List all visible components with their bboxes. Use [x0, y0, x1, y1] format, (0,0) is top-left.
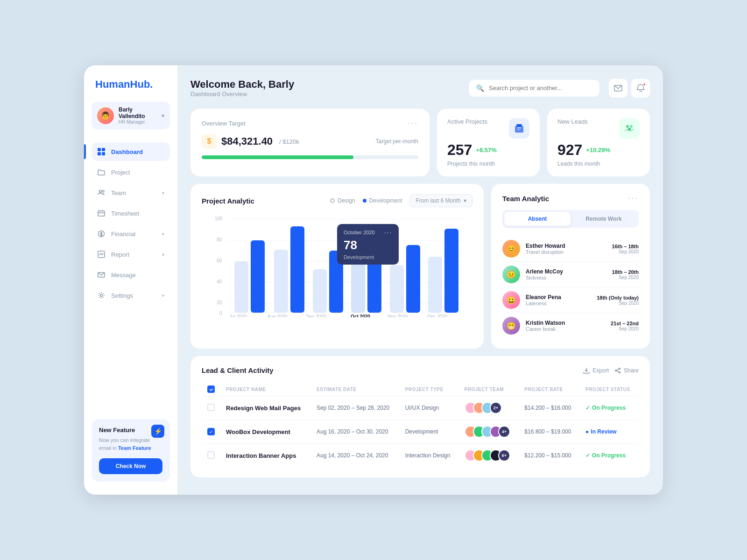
- new-leads-change: +10.29%: [586, 147, 610, 154]
- row-checkbox[interactable]: [207, 451, 215, 459]
- active-projects-label: Active Projects: [447, 118, 487, 125]
- sidebar-item-report[interactable]: Report ▾: [92, 245, 170, 264]
- svg-text:40: 40: [217, 279, 222, 284]
- projects-icon: [509, 118, 529, 139]
- member-date-range: 21st – 22nd: [611, 321, 639, 326]
- notification-button[interactable]: [631, 79, 650, 98]
- member-month: Sep 2020: [612, 275, 639, 280]
- leads-icon: [619, 118, 640, 139]
- notification-dot: [642, 83, 646, 86]
- chevron-down-icon: ▾: [162, 252, 164, 257]
- user-card[interactable]: 👨 Barly Vallendito HR Manager ▾: [92, 102, 170, 129]
- project-type: Interaction Design: [400, 444, 459, 468]
- member-reason: Lateness: [526, 301, 591, 306]
- project-team: 2+: [465, 402, 514, 414]
- share-button[interactable]: Share: [614, 367, 639, 374]
- new-feature-card: ⚡ New Feature Now you can integrate emai…: [92, 419, 170, 482]
- new-leads-card: New Leads 927 +10.29% Leads this mont: [547, 109, 650, 176]
- legend-development-label: Development: [369, 197, 402, 204]
- sidebar-item-dashboard[interactable]: Dashboard: [92, 142, 170, 161]
- svg-rect-1: [102, 148, 105, 151]
- sidebar-item-label: Report: [111, 251, 156, 258]
- dollar-icon: [97, 230, 106, 238]
- avatar: 👨: [97, 107, 114, 124]
- col-estimate-date: ESTIMATE DATE: [311, 383, 400, 396]
- dollar-icon: $: [202, 134, 217, 149]
- project-name: Interaction Banner Apps: [226, 452, 296, 459]
- tab-absent[interactable]: Absent: [504, 212, 571, 226]
- member-name: Arlene McCoy: [526, 268, 606, 275]
- target-limit: / $120k: [279, 138, 299, 145]
- table-row: ✓ WooBox Development Aug 16, 2020 – Oct …: [202, 420, 639, 444]
- avatar: 😀: [502, 291, 520, 309]
- row-checkbox[interactable]: ✓: [207, 428, 215, 435]
- svg-rect-40: [406, 245, 420, 313]
- export-icon: [583, 367, 590, 374]
- more-options-icon[interactable]: ···: [628, 194, 639, 203]
- team-analytic-card: Team Analytic ··· Absent Remote Work 😊 E…: [491, 184, 650, 349]
- new-leads-label: New Leads: [557, 118, 588, 125]
- project-rate: $14.200 – $16.000: [519, 396, 580, 420]
- member-name: Kristin Watson: [526, 320, 605, 326]
- svg-rect-35: [313, 269, 327, 313]
- export-button[interactable]: Export: [583, 367, 609, 374]
- mail-button[interactable]: [609, 79, 627, 98]
- estimate-date: Aug 14, 2020 – Oct 24, 2020: [311, 444, 400, 468]
- check-icon: ✓: [585, 452, 590, 459]
- table-row: Redesign Web Mail Pages Sep 02, 2020 – S…: [202, 396, 639, 420]
- user-role: HR Manager: [119, 119, 157, 125]
- project-team: 4+: [465, 426, 514, 438]
- svg-point-50: [615, 370, 616, 371]
- svg-rect-31: [234, 261, 248, 313]
- sidebar-item-label: Dashboard: [111, 148, 164, 155]
- svg-rect-36: [329, 251, 343, 313]
- tab-remote-work[interactable]: Remote Work: [571, 212, 637, 226]
- sidebar-item-settings[interactable]: Settings ▾: [92, 286, 170, 305]
- list-item: 😊 Esther Howard Travel disruption 16th –…: [502, 236, 639, 262]
- people-icon: [97, 189, 106, 197]
- legend-development: Development: [363, 197, 402, 204]
- page-header: Welcome Back, Barly Dashboard Overview 🔍: [190, 78, 650, 98]
- date-filter-label: From last 6 Month: [416, 197, 461, 204]
- active-projects-subtitle: Projects this month: [447, 161, 529, 167]
- sidebar-item-team[interactable]: Team ▾: [92, 183, 170, 202]
- sidebar-item-financial[interactable]: Financial ▾: [92, 224, 170, 243]
- svg-text:Sep 2020: Sep 2020: [306, 314, 326, 317]
- sidebar-item-project[interactable]: Project: [92, 163, 170, 182]
- more-options-icon[interactable]: ···: [408, 119, 418, 127]
- avatar: 😐: [502, 266, 520, 283]
- sidebar-item-message[interactable]: Message: [92, 266, 170, 284]
- search-bar[interactable]: 🔍: [469, 80, 599, 97]
- svg-rect-14: [517, 127, 521, 128]
- sidebar-item-label: Settings: [111, 292, 156, 299]
- svg-point-16: [626, 125, 629, 128]
- svg-rect-2: [98, 152, 101, 155]
- chart-icon: [97, 250, 106, 259]
- circle-icon: ●: [585, 428, 589, 435]
- table-row: Interaction Banner Apps Aug 14, 2020 – O…: [202, 444, 639, 468]
- avatar: 😁: [502, 317, 520, 335]
- search-input[interactable]: [489, 84, 592, 91]
- member-name: Esther Howard: [526, 243, 606, 249]
- date-filter-button[interactable]: From last 6 Month ▾: [409, 194, 472, 207]
- clock-icon: [97, 209, 106, 217]
- estimate-date: Aug 16, 2020 – Oct 30, 2020: [311, 420, 400, 444]
- check-now-button[interactable]: Check Now: [99, 458, 162, 474]
- progress-bar: [202, 155, 418, 159]
- svg-rect-39: [390, 265, 404, 313]
- activity-table: PROJECT NAME ESTIMATE DATE PROJECT TYPE …: [202, 383, 639, 467]
- col-project-rate: PROJECT RATE: [519, 383, 580, 396]
- select-all-checkbox[interactable]: [207, 385, 215, 393]
- row-checkbox[interactable]: [207, 404, 215, 411]
- legend-design: Design: [330, 197, 355, 204]
- overview-target-title: Overview Target: [202, 120, 246, 127]
- sidebar: HumanHub. 👨 Barly Vallendito HR Manager …: [84, 65, 177, 495]
- svg-rect-15: [517, 129, 520, 130]
- app-logo: HumanHub.: [92, 78, 170, 91]
- svg-text:Jul 2020: Jul 2020: [229, 314, 247, 317]
- legend-design-label: Design: [338, 197, 355, 204]
- team-analytic-title: Team Analytic: [502, 195, 628, 203]
- sidebar-item-label: Message: [111, 272, 164, 279]
- sidebar-item-timesheet[interactable]: Timesheet: [92, 204, 170, 223]
- active-projects-card: Active Projects 257 +8.57% Projects this…: [437, 109, 540, 176]
